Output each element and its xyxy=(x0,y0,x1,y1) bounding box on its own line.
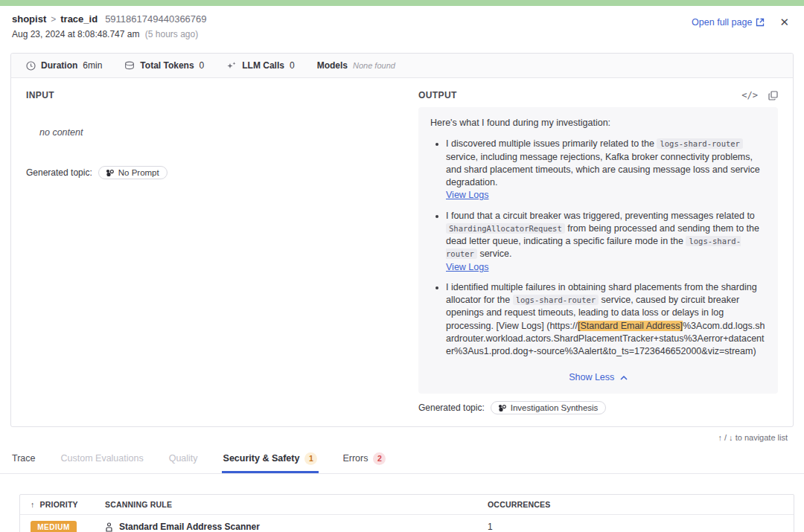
tab-trace-label: Trace xyxy=(12,453,36,464)
trace-timestamp: Aug 23, 2024 at 8:08:48.747 am (5 hours … xyxy=(12,29,207,39)
output-intro: Here's what I found during my investigat… xyxy=(430,117,766,129)
breadcrumb-service[interactable]: shopist xyxy=(12,13,46,25)
output-text: I discovered multiple issues primarily r… xyxy=(446,138,657,149)
open-full-page-link[interactable]: Open full page xyxy=(692,17,765,28)
output-panel: OUTPUT </> Here's what I found during my… xyxy=(418,90,778,414)
input-topic-pill[interactable]: No Prompt xyxy=(98,166,168,179)
trace-stats-bar: Duration 6min Total Tokens 0 LLM Calls 0… xyxy=(11,54,793,78)
inline-code: logs-shard-router xyxy=(657,138,742,149)
breadcrumb-separator-icon: > xyxy=(51,14,56,25)
output-text: service. xyxy=(477,249,512,259)
column-priority-label: PRIORITY xyxy=(40,500,78,509)
input-title: INPUT xyxy=(26,90,386,100)
navigate-list-hint: ↑ / ↓ to navigate list xyxy=(0,427,804,442)
scanning-rule-name: Standard Email Address Scanner xyxy=(119,522,260,532)
header-actions: Open full page ✕ xyxy=(692,13,789,28)
view-logs-link[interactable]: View Logs xyxy=(446,190,488,200)
inline-code: ShardingAllocatorRequest xyxy=(446,223,565,234)
input-topic-row: Generated topic: No Prompt xyxy=(26,166,386,179)
output-bullet: I found that a circuit breaker was trigg… xyxy=(446,210,766,274)
sort-ascending-icon: ↑ xyxy=(31,500,34,509)
priority-cell: MEDIUM xyxy=(31,521,93,532)
breadcrumb: shopist > trace_id 5911861749440366769 xyxy=(12,13,207,25)
stat-total-tokens-value: 0 xyxy=(200,60,205,71)
open-full-page-label: Open full page xyxy=(692,17,752,28)
output-text: I found that a circuit breaker was trigg… xyxy=(446,211,755,221)
tab-custom-evaluations[interactable]: Custom Evaluations xyxy=(60,445,145,473)
topic-cluster-icon xyxy=(497,403,507,412)
show-less-label: Show Less xyxy=(569,372,614,382)
output-topic-value: Investigation Synthesis xyxy=(511,403,599,412)
close-icon[interactable]: ✕ xyxy=(779,16,789,28)
security-count-badge: 1 xyxy=(304,452,317,465)
view-logs-link[interactable]: View Logs xyxy=(446,262,488,272)
sparkles-icon xyxy=(226,61,237,71)
stat-llm-calls-value: 0 xyxy=(290,60,295,71)
column-scanning-rule[interactable]: SCANNING RULE xyxy=(105,500,488,509)
output-content-box: Here's what I found during my investigat… xyxy=(418,107,778,394)
tab-quality[interactable]: Quality xyxy=(168,445,200,473)
header-left: shopist > trace_id 5911861749440366769 A… xyxy=(12,13,207,39)
detail-tabs: Trace Custom Evaluations Quality Securit… xyxy=(0,445,804,474)
output-header-icons: </> xyxy=(741,90,778,100)
tab-trace[interactable]: Trace xyxy=(10,445,37,473)
timestamp-text: Aug 23, 2024 at 8:08:48.747 am xyxy=(12,29,139,39)
priority-badge: MEDIUM xyxy=(31,521,77,532)
tab-errors-label: Errors xyxy=(342,453,368,464)
external-link-icon xyxy=(756,18,765,27)
panel-header: shopist > trace_id 5911861749440366769 A… xyxy=(0,6,804,44)
stat-duration: Duration 6min xyxy=(26,60,102,71)
breadcrumb-trace-label: trace_id xyxy=(60,13,98,25)
show-less-button[interactable]: Show Less xyxy=(430,365,766,388)
column-priority[interactable]: ↑ PRIORITY xyxy=(31,500,93,509)
trace-detail-card: Duration 6min Total Tokens 0 LLM Calls 0… xyxy=(10,53,794,427)
io-panels: INPUT no content Generated topic: No Pro… xyxy=(11,78,793,426)
relative-time: (5 hours ago) xyxy=(145,29,198,39)
output-text: service, including message rejections, K… xyxy=(446,152,760,188)
scanning-rule-cell: Standard Email Address Scanner xyxy=(105,522,488,532)
pii-highlight: [Standard Email Address] xyxy=(578,321,683,331)
output-topic-pill[interactable]: Investigation Synthesis xyxy=(491,401,607,414)
occurrences-cell: 1 xyxy=(488,522,783,532)
copy-icon[interactable] xyxy=(768,91,778,100)
tokens-icon xyxy=(124,61,135,70)
chevron-up-icon xyxy=(620,376,628,380)
topic-cluster-icon xyxy=(105,168,115,177)
output-topic-label: Generated topic: xyxy=(418,403,485,413)
stat-llm-calls-label: LLM Calls xyxy=(242,60,284,71)
input-topic-value: No Prompt xyxy=(118,168,159,177)
table-row[interactable]: MEDIUM Standard Email Address Scanner 1 xyxy=(20,515,794,532)
tab-custom-evaluations-label: Custom Evaluations xyxy=(61,453,144,464)
input-topic-label: Generated topic: xyxy=(26,167,92,178)
stat-duration-value: 6min xyxy=(83,60,102,71)
tab-quality-label: Quality xyxy=(169,453,198,464)
stat-llm-calls: LLM Calls 0 xyxy=(226,60,294,71)
errors-count-badge: 2 xyxy=(373,452,386,465)
output-header: OUTPUT </> xyxy=(418,90,778,100)
output-bullet: I discovered multiple issues primarily r… xyxy=(446,138,766,202)
input-empty-message: no content xyxy=(39,127,386,138)
code-view-icon[interactable]: </> xyxy=(741,90,758,100)
trace-status-bar xyxy=(0,0,804,6)
inline-code: logs-shard-router xyxy=(513,295,599,305)
person-icon xyxy=(105,522,113,532)
output-bullet-list: I discovered multiple issues primarily r… xyxy=(430,138,766,358)
stat-models-label: Models xyxy=(317,60,348,71)
stat-total-tokens-label: Total Tokens xyxy=(140,60,194,71)
column-occurrences[interactable]: OCCURRENCES xyxy=(488,500,783,509)
trace-id-value: 5911861749440366769 xyxy=(105,13,206,25)
input-panel: INPUT no content Generated topic: No Pro… xyxy=(26,90,386,414)
stat-total-tokens: Total Tokens 0 xyxy=(124,60,204,71)
stat-models-value: None found xyxy=(353,61,395,70)
clock-icon xyxy=(26,61,36,71)
output-bullet: I identified multiple failures in obtain… xyxy=(446,281,766,359)
tab-security-safety[interactable]: Security & Safety 1 xyxy=(222,445,319,473)
tab-security-safety-label: Security & Safety xyxy=(223,453,300,464)
output-topic-row: Generated topic: Investigation Synthesis xyxy=(418,401,778,414)
stat-models: Models None found xyxy=(317,60,395,71)
tab-errors[interactable]: Errors 2 xyxy=(341,445,387,473)
table-header-row: ↑ PRIORITY SCANNING RULE OCCURRENCES xyxy=(20,495,794,515)
output-title: OUTPUT xyxy=(418,90,457,100)
stat-duration-label: Duration xyxy=(41,60,77,71)
security-findings-table: ↑ PRIORITY SCANNING RULE OCCURRENCES MED… xyxy=(19,494,794,532)
